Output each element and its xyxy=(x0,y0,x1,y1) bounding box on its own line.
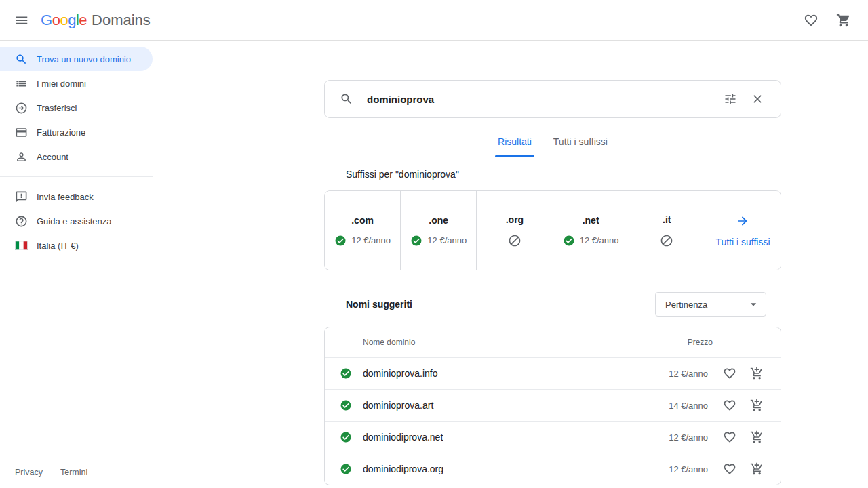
logo-product-name: Domains xyxy=(92,12,151,29)
sidebar-item-billing[interactable]: Fatturazione xyxy=(0,120,153,144)
favorite-domain-button[interactable] xyxy=(716,455,743,483)
logo-letter: G xyxy=(41,12,52,29)
terms-link[interactable]: Termini xyxy=(60,468,87,477)
domain-name: dominioprova.info xyxy=(363,368,669,379)
domain-search-box xyxy=(324,80,781,118)
add-to-cart-button[interactable] xyxy=(743,392,770,419)
available-check-icon xyxy=(563,235,575,247)
topbar-actions xyxy=(797,7,860,34)
suffix-card-one[interactable]: .one 12 €/anno xyxy=(401,191,477,270)
sidebar-item-label: Fatturazione xyxy=(37,127,85,138)
table-row[interactable]: dominioprova.art 14 €/anno xyxy=(325,389,781,421)
sidebar-item-find-domain[interactable]: Trova un nuovo dominio xyxy=(0,47,153,71)
sidebar-item-label: Italia (IT €) xyxy=(37,241,79,251)
sidebar-item-help[interactable]: Guida e assistenza xyxy=(0,209,153,233)
heart-icon xyxy=(804,13,818,28)
domain-price: 12 €/anno xyxy=(669,464,708,474)
sidebar-item-locale[interactable]: Italia (IT €) xyxy=(0,233,153,258)
sidebar-divider xyxy=(0,176,153,177)
add-to-cart-button[interactable] xyxy=(743,424,770,451)
suggestions-header: Nomi suggeriti Pertinenza xyxy=(324,292,781,317)
tune-icon xyxy=(724,92,737,106)
suffix-card-net[interactable]: .net 12 €/anno xyxy=(553,191,629,270)
column-header-domain: Nome dominio xyxy=(363,338,415,347)
tld-price: 12 €/anno xyxy=(580,235,619,245)
close-icon xyxy=(751,92,764,106)
unavailable-icon xyxy=(508,234,521,247)
available-check-icon xyxy=(410,235,422,247)
tab-results[interactable]: Risultati xyxy=(487,127,542,157)
suffix-card-it[interactable]: .it xyxy=(629,191,705,270)
filter-button[interactable] xyxy=(717,85,744,113)
tld-price: 12 €/anno xyxy=(351,235,391,245)
privacy-link[interactable]: Privacy xyxy=(15,468,43,477)
sidebar-item-label: Trova un nuovo dominio xyxy=(37,54,131,64)
hamburger-icon xyxy=(14,13,29,28)
heart-icon xyxy=(723,430,736,444)
search-icon xyxy=(340,92,353,106)
table-row[interactable]: dominiodiprova.org 12 €/anno xyxy=(325,453,781,485)
all-suffixes-link[interactable]: Tutti i suffissi xyxy=(705,191,781,270)
sidebar-item-label: Account xyxy=(37,152,68,162)
tld-label: .net xyxy=(583,215,599,226)
table-row[interactable]: dominiodiprova.net 12 €/anno xyxy=(325,421,781,453)
sidebar-item-label: I miei domini xyxy=(37,79,86,89)
add-to-cart-button[interactable] xyxy=(743,455,770,483)
sidebar-item-label: Guida e assistenza xyxy=(37,216,112,226)
logo-letter: o xyxy=(52,12,60,29)
available-check-icon xyxy=(340,431,352,443)
available-check-icon xyxy=(340,463,352,475)
help-icon xyxy=(15,215,28,228)
google-domains-logo[interactable]: G o o g l e Domains xyxy=(41,12,151,29)
table-row[interactable]: dominioprova.info 12 €/anno xyxy=(325,357,781,389)
italy-flag-icon xyxy=(15,241,28,250)
domain-name: dominioprova.art xyxy=(363,400,669,411)
domain-price: 14 €/anno xyxy=(669,401,708,411)
favorite-domain-button[interactable] xyxy=(716,360,743,387)
all-suffixes-label: Tutti i suffissi xyxy=(715,237,770,247)
available-check-icon xyxy=(340,399,352,411)
add-to-cart-button[interactable] xyxy=(743,360,770,387)
search-input[interactable] xyxy=(367,94,717,105)
tld-label: .com xyxy=(351,215,374,226)
suffix-card-com[interactable]: .com 12 €/anno xyxy=(325,191,401,270)
credit-card-icon xyxy=(15,126,28,139)
cart-button[interactable] xyxy=(830,7,857,34)
sidebar-footer: Privacy Termini xyxy=(15,468,87,477)
heart-icon xyxy=(723,399,736,412)
sidebar-item-send-feedback[interactable]: Invia feedback xyxy=(0,184,153,209)
sidebar-item-account[interactable]: Account xyxy=(0,144,153,169)
sort-selected-value: Pertinenza xyxy=(665,300,707,310)
domain-name: dominiodiprova.org xyxy=(363,464,669,474)
feedback-icon xyxy=(15,190,28,203)
sidebar-item-transfer[interactable]: Trasferisci xyxy=(0,96,153,120)
menu-button[interactable] xyxy=(8,7,35,34)
heart-icon xyxy=(723,367,736,380)
chevron-down-icon xyxy=(747,298,760,311)
sidebar-item-label: Trasferisci xyxy=(37,103,77,113)
favorite-domain-button[interactable] xyxy=(716,392,743,419)
tab-all-suffixes[interactable]: Tutti i suffissi xyxy=(542,127,618,157)
transfer-icon xyxy=(15,102,28,115)
suffixes-heading: Suffissi per "dominioprova" xyxy=(346,169,781,180)
arrow-forward-icon xyxy=(736,214,749,228)
available-check-icon xyxy=(340,367,352,380)
person-icon xyxy=(15,150,28,163)
favorite-domain-button[interactable] xyxy=(716,424,743,451)
favorites-button[interactable] xyxy=(797,7,825,34)
domain-price: 12 €/anno xyxy=(669,369,708,379)
top-bar: G o o g l e Domains xyxy=(0,0,868,41)
add-cart-icon xyxy=(750,399,764,412)
clear-search-button[interactable] xyxy=(744,85,771,113)
column-header-price: Prezzo xyxy=(688,338,713,347)
suffix-card-org[interactable]: .org xyxy=(477,191,553,270)
unavailable-icon xyxy=(660,234,673,247)
sort-dropdown[interactable]: Pertinenza xyxy=(655,292,766,317)
available-check-icon xyxy=(334,235,347,247)
list-icon xyxy=(15,77,28,90)
add-cart-icon xyxy=(750,367,764,380)
results-tabs: Risultati Tutti i suffissi xyxy=(324,118,781,157)
logo-letter: o xyxy=(60,12,68,29)
tld-label: .org xyxy=(506,214,524,225)
sidebar-item-my-domains[interactable]: I miei domini xyxy=(0,71,153,96)
